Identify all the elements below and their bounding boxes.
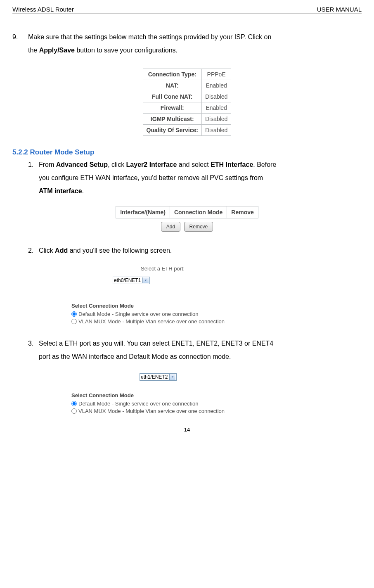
remove-button[interactable]: Remove [184, 222, 213, 232]
connection-mode-heading-2: Select Connection Mode [71, 392, 303, 398]
step-1-p1: From [39, 161, 56, 168]
step-1: 1.From Advanced Setup, click Layer2 Inte… [28, 158, 362, 198]
conn-mode-vlan-1: VLAN MUX Mode - Multiple Vlan service ov… [71, 318, 303, 325]
radio-vlan-label-1: VLAN MUX Mode - Multiple Vlan service ov… [78, 318, 225, 325]
step-2-b1: Add [55, 247, 68, 254]
settings-label: Full Cone NAT: [143, 91, 201, 102]
radio-vlan-2[interactable] [71, 408, 77, 414]
settings-label: IGMP Multicast: [143, 114, 201, 125]
settings-row: Connection Type:PPPoE [143, 69, 231, 80]
step-9: 9.Make sure that the settings below matc… [12, 31, 362, 57]
apply-save-bold: Apply/Save [39, 47, 75, 54]
interface-th-remove: Remove [227, 206, 258, 218]
settings-value: Enabled [201, 102, 231, 114]
settings-value: Enabled [201, 80, 231, 91]
page-header: Wireless ADSL Router USER MANUAL [12, 6, 362, 14]
eth-block-1: Select a ETH port: eth0/ENET1 Select Con… [71, 266, 303, 325]
step-1-b4: ATM interface [39, 187, 82, 194]
settings-table-wrapper: Connection Type:PPPoE NAT:Enabled Full C… [12, 69, 362, 136]
interface-th-mode: Connection Mode [170, 206, 227, 218]
eth-block-2: eth1/ENET2 Select Connection Mode Defaul… [71, 373, 303, 414]
settings-summary-table: Connection Type:PPPoE NAT:Enabled Full C… [143, 69, 232, 136]
step-2-number: 2. [28, 244, 39, 257]
step-3-line2: port as the WAN interface and Default Mo… [39, 350, 362, 363]
interface-table-wrapper: Interface/(Name) Connection Mode Remove [12, 206, 362, 218]
interface-button-row: Add Remove [12, 222, 362, 232]
step-1-b3: ETH Interface [211, 161, 253, 168]
radio-default-2[interactable] [71, 401, 77, 406]
settings-label: Firewall: [143, 102, 201, 114]
step-1-b1: Advanced Setup [56, 161, 108, 168]
conn-mode-default-1: Default Mode - Single service over one c… [71, 311, 303, 317]
step-1-p5: . [82, 187, 84, 194]
radio-default-label-1: Default Mode - Single service over one c… [78, 311, 199, 317]
settings-row: NAT:Enabled [143, 80, 231, 91]
page-number: 14 [12, 427, 362, 433]
settings-row: Quality Of Service:Disabled [143, 125, 231, 136]
step-1-p4: . Before [253, 161, 276, 168]
dropdown-arrow-icon [169, 374, 175, 380]
settings-label: Quality Of Service: [143, 125, 201, 136]
settings-value: Disabled [201, 114, 231, 125]
step-1-b2: Layer2 Interface [126, 161, 177, 168]
settings-row: Full Cone NAT:Disabled [143, 91, 231, 102]
radio-default-label-2: Default Mode - Single service over one c… [78, 401, 199, 407]
step-9-number: 9. [12, 31, 28, 44]
section-heading-router-mode: 5.2.2 Router Mode Setup [12, 148, 362, 156]
step-9-line2-prefix: the [28, 47, 39, 54]
dropdown-arrow-icon [142, 277, 149, 283]
settings-value: Disabled [201, 91, 231, 102]
eth-port-dropdown-1[interactable]: eth0/ENET1 [113, 277, 150, 284]
step-9-line2-suffix: button to save your configurations. [75, 47, 178, 54]
step-1-p3: and select [177, 161, 211, 168]
settings-value: PPPoE [201, 69, 231, 80]
radio-vlan-label-2: VLAN MUX Mode - Multiple Vlan service ov… [78, 408, 225, 414]
settings-row: IGMP Multicast:Disabled [143, 114, 231, 125]
connection-mode-heading-1: Select Connection Mode [71, 303, 303, 309]
eth-select-wrap-1: eth0/ENET1 [113, 277, 303, 284]
step-2-p2: and you'll see the following screen. [68, 247, 172, 254]
eth-port-dropdown-2[interactable]: eth1/ENET2 [140, 373, 177, 381]
header-right: USER MANUAL [317, 6, 362, 13]
interface-th-name: Interface/(Name) [116, 206, 170, 218]
radio-default-1[interactable] [71, 311, 77, 317]
conn-mode-default-2: Default Mode - Single service over one c… [71, 400, 303, 407]
settings-value: Disabled [201, 125, 231, 136]
step-1-p2: , click [108, 161, 126, 168]
eth-port-dropdown-value-1: eth0/ENET1 [114, 277, 141, 283]
eth-port-dropdown-value-2: eth1/ENET2 [141, 374, 168, 380]
step-1-line2: you configure ETH WAN interface, you'd b… [39, 171, 362, 185]
step-1-number: 1. [28, 158, 39, 171]
settings-label: Connection Type: [143, 69, 201, 80]
step-3-number: 3. [28, 337, 39, 350]
eth-select-wrap-2: eth1/ENET2 [140, 373, 303, 381]
step-2-p1: Click [39, 247, 55, 254]
step-9-line1: Make sure that the settings below match … [28, 33, 271, 40]
eth-port-label: Select a ETH port: [141, 266, 303, 272]
step-3: 3.Select a ETH port as you will. You can… [28, 337, 362, 363]
radio-vlan-1[interactable] [71, 319, 77, 324]
settings-row: Firewall:Enabled [143, 102, 231, 114]
step-3-line1: Select a ETH port as you will. You can s… [39, 340, 273, 347]
step-2: 2.Click Add and you'll see the following… [28, 244, 362, 257]
add-button[interactable]: Add [161, 222, 180, 232]
header-left: Wireless ADSL Router [12, 6, 74, 13]
interface-table: Interface/(Name) Connection Mode Remove [116, 206, 258, 218]
conn-mode-vlan-2: VLAN MUX Mode - Multiple Vlan service ov… [71, 408, 303, 414]
settings-label: NAT: [143, 80, 201, 91]
